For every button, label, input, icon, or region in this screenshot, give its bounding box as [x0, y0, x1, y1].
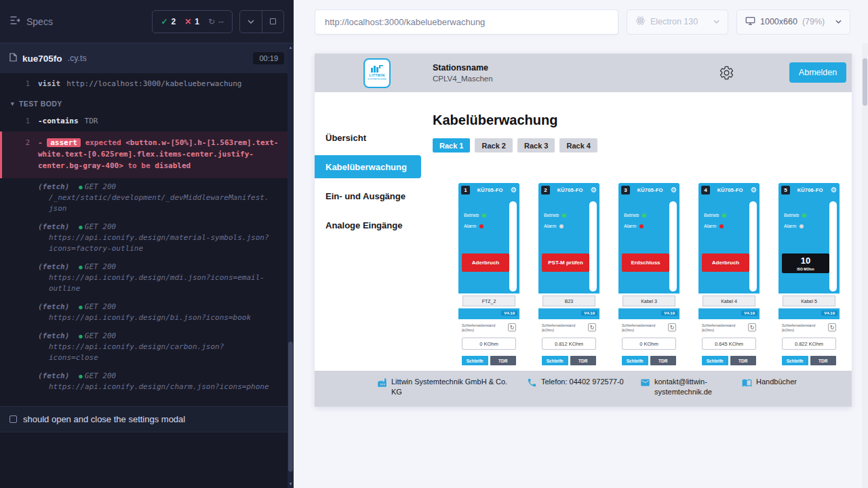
collapse-all-button[interactable] [240, 11, 262, 33]
schleife-button[interactable]: Schleife [702, 356, 728, 365]
refresh-icon[interactable]: ↻ [588, 323, 596, 331]
schleife-button[interactable]: Schleife [542, 356, 568, 365]
command-contains[interactable]: 1 -containsTDR [0, 113, 288, 130]
alarm-label: Alarm [544, 224, 556, 228]
alarm-led [639, 224, 644, 228]
tab-rack-2[interactable]: Rack 2 [475, 138, 512, 152]
sidebar-item-kabelueberwachung[interactable]: Kabelüberwachung [315, 155, 421, 178]
card-model: KÜ705-FO [632, 187, 668, 193]
card-model: KÜ705-FO [472, 187, 508, 193]
tdr-button[interactable]: TDR [810, 356, 837, 365]
spec-timer: 00:19 [253, 52, 284, 64]
assert-state: disabled [155, 161, 191, 170]
logout-button[interactable]: Abmelden [789, 62, 846, 83]
schleife-button[interactable]: Schleife [462, 356, 488, 365]
browser-selector[interactable]: Electron 130 [627, 9, 728, 35]
settings-gear-icon[interactable] [719, 65, 734, 83]
assert-badge: assert [47, 138, 81, 147]
fetch-label: (fetch) [38, 222, 69, 231]
refresh-icon[interactable]: ↻ [748, 323, 756, 331]
refresh-icon[interactable]: ↻ [508, 323, 516, 331]
resistance-value: 0.645 KOhm [702, 338, 756, 350]
footer-email-text: kontakt@littwin-systemtechnik.de [654, 377, 726, 397]
app-under-test: LITTWIN SYSTEMTECHNIK Stationsname CPLV4… [315, 54, 852, 407]
card-model: KÜ705-FO [712, 187, 748, 193]
tab-rack-4[interactable]: Rack 4 [559, 138, 597, 152]
app-body: Übersicht Kabelüberwachung Ein- und Ausg… [315, 92, 852, 407]
cable-graphic [509, 201, 517, 291]
resistance-label: Schleifenwiderstand [kOhm] [622, 323, 661, 333]
browser-stage: Electron 130 1000x660 (79%) [294, 0, 868, 488]
fetch-status: GET 200 [85, 262, 116, 271]
scroll-up-icon[interactable]: ▲ [288, 45, 294, 49]
fetch-status: GET 200 [85, 222, 116, 231]
assert-expected: expected [85, 138, 121, 147]
tab-rack-1[interactable]: Rack 1 [433, 138, 470, 152]
fetch-url: https://api.iconify.design/material-symb… [49, 232, 273, 254]
browser-name: Electron 130 [650, 17, 698, 26]
card-gear-icon[interactable]: ⚙ [750, 186, 757, 194]
tdr-button[interactable]: TDR [490, 356, 517, 365]
fetch-log-entry[interactable]: (fetch)●GET 200 https://api.iconify.desi… [0, 327, 288, 367]
status-dot-icon: ● [79, 184, 82, 190]
footer-manuals-link[interactable]: Handbücher [742, 377, 797, 407]
sidebar-item-uebersicht[interactable]: Übersicht [315, 126, 427, 149]
specs-button[interactable]: Specs [9, 16, 53, 27]
passed-count: 2 [172, 17, 176, 26]
reporter-scrollbar-thumb[interactable] [288, 342, 293, 472]
fetch-url: https://api.iconify.design/charm.json?ic… [49, 382, 273, 392]
fetch-status: GET 200 [85, 302, 116, 311]
card-number: 1 [461, 186, 470, 195]
command-number: 1 [0, 79, 38, 89]
schleife-button[interactable]: Schleife [782, 356, 808, 365]
card-status: Aderbruch [702, 253, 749, 272]
fetch-log-entry[interactable]: (fetch)●GET 200 https://api.iconify.desi… [0, 218, 288, 258]
chevron-down-icon [835, 20, 842, 24]
sidebar-item-ein-und-ausgaenge[interactable]: Ein- und Ausgänge [315, 184, 427, 207]
tab-rack-3[interactable]: Rack 3 [517, 138, 555, 152]
fetch-label: (fetch) [38, 302, 69, 311]
scroll-down-icon[interactable]: ▼ [288, 482, 294, 486]
betrieb-led [802, 214, 806, 218]
station-label: Stationsname [433, 63, 493, 73]
fetch-log-entry[interactable]: (fetch)●GET 200 https://api.iconify.desi… [0, 298, 288, 327]
sidebar-item-analoge-eingaenge[interactable]: Analoge Eingänge [315, 214, 427, 237]
fetch-log-entry[interactable]: (fetch)●GET 200 https://api.iconify.desi… [0, 367, 288, 396]
alarm-led [479, 224, 484, 228]
fetch-log-entry[interactable]: (fetch)●GET 200 /_next/static/developmen… [0, 178, 288, 218]
littwin-logo: LITTWIN SYSTEMTECHNIK [363, 58, 391, 88]
fetch-url: https://api.iconify.design/mdi.json?icon… [49, 272, 273, 294]
tdr-button[interactable]: TDR [650, 356, 677, 365]
assert-dash: - [38, 138, 43, 147]
test-body-section[interactable]: ▾ TEST BODY [0, 93, 288, 113]
command-visit[interactable]: 1 visithttp://localhost:3000/kabelueberw… [0, 75, 288, 93]
fetch-status: GET 200 [85, 331, 116, 340]
caret-down-icon: ▾ [11, 100, 14, 107]
stop-run-button[interactable] [262, 11, 283, 33]
page-scrollbar-thumb[interactable] [863, 58, 867, 106]
tdr-button[interactable]: TDR [570, 356, 597, 365]
failed-assert-command[interactable]: 2 - assert expected <button.w-[50%].h-[1… [0, 131, 288, 178]
resistance-label: Schleifenwiderstand [kOhm] [702, 323, 741, 333]
command-number: 2 [2, 137, 38, 171]
footer-email: kontakt@littwin-systemtechnik.de [640, 377, 726, 407]
phone-icon [527, 378, 537, 388]
card-gear-icon[interactable]: ⚙ [590, 186, 597, 194]
viewport-selector[interactable]: 1000x660 (79%) [736, 9, 850, 35]
fetch-log-entry[interactable]: (fetch)●GET 200 https://api.iconify.desi… [0, 258, 288, 298]
refresh-icon[interactable]: ↻ [668, 323, 676, 331]
card-gear-icon[interactable]: ⚙ [670, 186, 677, 194]
resistance-value: 0.812 KOhm [542, 338, 596, 350]
betrieb-label: Betrieb [624, 213, 639, 218]
spec-header[interactable]: kue705fo .cy.ts 00:19 [0, 43, 294, 73]
schleife-button[interactable]: Schleife [622, 356, 648, 365]
url-bar[interactable] [315, 9, 618, 35]
spec-extension: .cy.ts [68, 54, 87, 63]
url-input[interactable] [325, 17, 608, 27]
card-gear-icon[interactable]: ⚙ [510, 186, 517, 194]
refresh-icon[interactable]: ↻ [828, 323, 836, 331]
tdr-button[interactable]: TDR [730, 356, 757, 365]
command-method: visit [38, 79, 60, 88]
card-gear-icon[interactable]: ⚙ [830, 186, 837, 194]
next-test-row[interactable]: should open and close the settings modal [0, 406, 288, 432]
